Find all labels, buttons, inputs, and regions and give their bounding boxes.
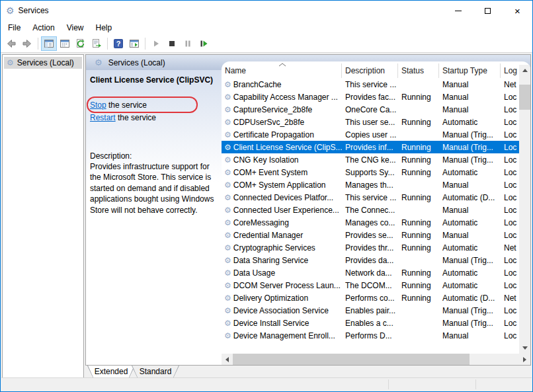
description-label: Description: (90, 151, 216, 161)
table-row[interactable]: ⚙Cryptographic Services Provides thr... … (222, 241, 519, 254)
service-description: Manages co... (342, 218, 398, 227)
table-row[interactable]: ⚙BranchCache This service ... Manual Net (222, 78, 519, 91)
restart-service-link[interactable]: Restart (90, 113, 116, 122)
column-header-startup-type[interactable]: Startup Type (439, 63, 501, 78)
service-logon-as: Loc (501, 206, 519, 215)
service-logon-as: Loc (501, 281, 519, 290)
table-row[interactable]: ⚙CoreMessaging Manages co... Running Aut… (222, 216, 519, 229)
menu-file[interactable]: File (2, 22, 26, 34)
services-app-icon: ⚙ (6, 5, 15, 16)
column-header-status[interactable]: Status (398, 63, 439, 78)
vertical-scroll-thumb[interactable] (519, 85, 530, 110)
service-gear-icon: ⚙ (224, 294, 231, 303)
table-row[interactable]: ⚙CNG Key Isolation The CNG ke... Running… (222, 153, 519, 166)
column-header-logon[interactable]: Log (501, 63, 519, 78)
service-description: Provides thr... (342, 243, 398, 253)
menu-view[interactable]: View (61, 22, 90, 34)
service-gear-icon: ⚙ (224, 168, 231, 177)
table-row[interactable]: ⚙CaptureService_2b8fe OneCore Ca... Manu… (222, 103, 519, 116)
console-tree-pane: ⚙ Services (Local) (2, 54, 84, 378)
pause-icon (183, 38, 193, 49)
action-pane-icon (129, 38, 140, 49)
description-text: Provides infrastructure support for the … (90, 161, 217, 216)
menu-help[interactable]: Help (90, 22, 118, 34)
table-row[interactable]: ⚙Certificate Propagation Copies user ...… (222, 128, 519, 141)
minimize-button[interactable] (443, 1, 473, 20)
show-action-pane-button[interactable] (126, 36, 142, 51)
forward-button[interactable] (19, 36, 35, 51)
service-gear-icon: ⚙ (224, 155, 231, 165)
table-row[interactable]: ⚙Capability Access Manager ... Provides … (222, 91, 519, 103)
selected-service-title: Client License Service (ClipSVC) (90, 75, 216, 85)
scroll-left-arrow[interactable] (222, 354, 233, 365)
table-row[interactable]: ⚙Connected Devices Platfor... This servi… (222, 191, 519, 204)
column-header-description[interactable]: Description (342, 63, 398, 78)
service-description: Performs co... (342, 294, 398, 303)
service-name: Data Sharing Service (233, 256, 308, 265)
service-description: Provides da... (342, 256, 398, 265)
close-icon: × (514, 6, 520, 16)
table-row[interactable]: ⚙Credential Manager Provides se... Runni… (222, 229, 519, 241)
table-row[interactable]: ⚙Connected User Experience... The Connec… (222, 204, 519, 216)
service-startup-type: Automatic (439, 281, 501, 290)
restart-icon (198, 38, 209, 49)
service-logon-as: Loc (501, 93, 519, 102)
table-row[interactable]: ⚙DCOM Server Process Laun... The DCOM...… (222, 279, 519, 292)
tab-standard[interactable]: Standard (132, 366, 179, 378)
table-row[interactable]: ⚙COM+ Event System Supports Sy... Runnin… (222, 166, 519, 178)
help-button[interactable]: ? (110, 36, 126, 51)
pause-service-button[interactable] (180, 36, 196, 51)
horizontal-scrollbar[interactable] (222, 354, 530, 365)
table-row[interactable]: ⚙Device Install Service Enables a c... M… (222, 317, 519, 329)
service-status: Running (398, 118, 439, 127)
vertical-scrollbar[interactable] (519, 65, 530, 354)
table-row[interactable]: ⚙Device Association Service Enables pair… (222, 304, 519, 317)
start-service-button[interactable] (148, 36, 164, 51)
restart-service-button[interactable] (196, 36, 212, 51)
service-logon-as: Loc (501, 180, 519, 190)
table-row[interactable]: ⚙COM+ System Application Manages th... M… (222, 178, 519, 191)
console-body: ⚙ Services (Local) ⚙ Services (Local) Cl… (1, 53, 532, 378)
horizontal-scroll-thumb[interactable] (233, 354, 470, 365)
table-row[interactable]: ⚙Device Management Enroll... Performs D.… (222, 329, 519, 342)
service-logon-as: Loc (501, 268, 519, 278)
service-gear-icon: ⚙ (224, 105, 231, 114)
tab-extended[interactable]: Extended (87, 366, 135, 378)
service-gear-icon: ⚙ (224, 306, 231, 315)
extended-info-panel: Client License Service (ClipSVC) Stop th… (86, 70, 222, 365)
view-header-title: Services (Local) (108, 58, 165, 67)
service-name: Connected User Experience... (233, 206, 339, 215)
service-gear-icon: ⚙ (224, 118, 231, 127)
stop-service-button[interactable] (164, 36, 180, 51)
back-button[interactable] (3, 36, 19, 51)
scroll-right-arrow[interactable] (519, 354, 530, 365)
table-row[interactable]: ⚙Client License Service (ClipS... Provid… (222, 141, 519, 153)
scroll-down-arrow[interactable] (519, 342, 530, 354)
table-row[interactable]: ⚙Data Usage Network da... Running Automa… (222, 266, 519, 279)
refresh-button[interactable] (73, 36, 89, 51)
service-description: This service ... (342, 193, 398, 202)
maximize-button[interactable] (473, 1, 503, 20)
table-row[interactable]: ⚙Delivery Optimization Performs co... Ru… (222, 292, 519, 304)
stop-service-suffix: the service (106, 100, 147, 110)
stop-service-link[interactable]: Stop (90, 100, 106, 110)
service-name: BranchCache (233, 80, 282, 89)
properties-button[interactable] (57, 36, 73, 51)
service-status: Running (398, 218, 439, 227)
table-row[interactable]: ⚙CDPUserSvc_2b8fe This user se... Runnin… (222, 116, 519, 128)
column-headers: Name Description Status Startup Type Log (222, 61, 530, 78)
service-startup-type: Manual (Trig... (439, 306, 501, 315)
service-description: Manages th... (342, 180, 398, 190)
service-name: DCOM Server Process Laun... (233, 281, 341, 290)
export-list-button[interactable] (89, 36, 104, 51)
menu-action[interactable]: Action (26, 22, 60, 34)
show-console-tree-button[interactable] (41, 36, 57, 51)
table-row[interactable]: ⚙Data Sharing Service Provides da... Man… (222, 254, 519, 266)
service-startup-type: Automatic (439, 168, 501, 177)
scroll-up-arrow[interactable] (519, 65, 530, 76)
close-button[interactable]: × (503, 1, 532, 20)
tree-item-services-local[interactable]: ⚙ Services (Local) (4, 57, 82, 69)
export-list-icon (91, 38, 102, 49)
service-name: Connected Devices Platfor... (233, 193, 333, 202)
stop-icon (167, 38, 177, 49)
